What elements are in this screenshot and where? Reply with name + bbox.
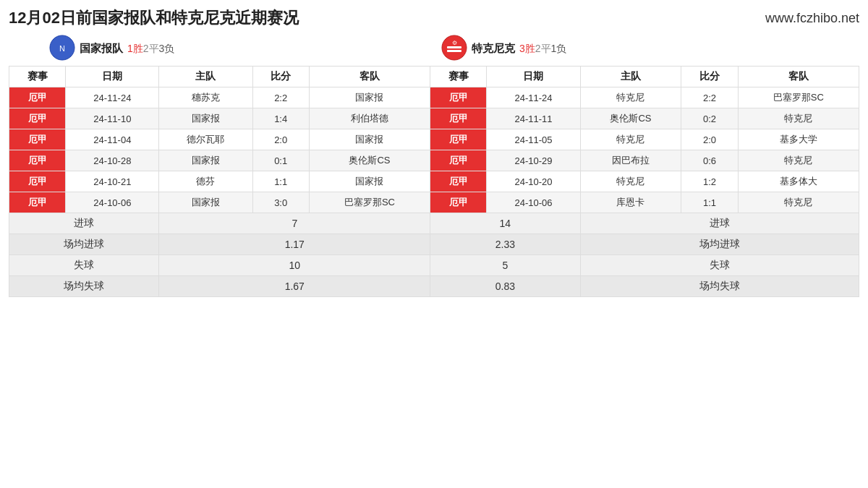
- right-date: 24-10-20: [487, 171, 580, 192]
- left-date: 24-11-04: [66, 129, 159, 150]
- left-team-logo: N: [49, 35, 75, 63]
- table-row: 厄甲 24-10-28 国家报 0:1 奥伦斯CS 厄甲 24-10-29 因巴…: [9, 150, 859, 171]
- right-score: 1:1: [681, 192, 738, 213]
- stat-value-left: 10: [159, 255, 430, 276]
- page-title: 12月02日前国家报队和特克尼克近期赛况: [9, 7, 299, 29]
- right-match-type: 厄甲: [430, 171, 487, 192]
- stat-value-left: 1.17: [159, 234, 430, 255]
- left-match-type: 厄甲: [9, 192, 66, 213]
- svg-rect-5: [447, 50, 461, 52]
- stat-label-right: 进球: [580, 213, 859, 234]
- right-home: 因巴布拉: [580, 150, 681, 171]
- table-row: 厄甲 24-10-06 国家报 3:0 巴塞罗那SC 厄甲 24-10-06 库…: [9, 192, 859, 213]
- right-away: 特克尼: [738, 192, 859, 213]
- website-url: www.fczhibo.net: [765, 11, 859, 26]
- right-date-col-header: 日期: [487, 67, 580, 87]
- table-header-row: 赛事 日期 主队 比分 客队 赛事 日期 主队 比分 客队: [9, 67, 859, 87]
- stat-value-right: 0.83: [430, 276, 580, 297]
- left-match-type: 厄甲: [9, 87, 66, 108]
- right-away: 基多体大: [738, 171, 859, 192]
- stat-value-right: 14: [430, 213, 580, 234]
- left-match-type: 厄甲: [9, 150, 66, 171]
- right-date: 24-10-29: [487, 150, 580, 171]
- right-score: 2:0: [681, 129, 738, 150]
- right-date: 24-11-05: [487, 129, 580, 150]
- left-date: 24-10-06: [66, 192, 159, 213]
- stat-label-left: 失球: [9, 255, 159, 276]
- stats-row: 失球 10 5 失球: [9, 255, 859, 276]
- left-home: 穗苏克: [159, 87, 252, 108]
- table-row: 厄甲 24-11-24 穗苏克 2:2 国家报 厄甲 24-11-24 特克尼 …: [9, 87, 859, 108]
- right-away: 巴塞罗那SC: [738, 87, 859, 108]
- left-date: 24-11-10: [66, 108, 159, 129]
- stat-value-right: 2.33: [430, 234, 580, 255]
- right-home: 特克尼: [580, 87, 681, 108]
- right-team-record: 3胜2平1负: [519, 43, 566, 56]
- svg-rect-4: [447, 46, 461, 48]
- right-match-type: 厄甲: [430, 108, 487, 129]
- right-score-col-header: 比分: [681, 67, 738, 87]
- right-away-col-header: 客队: [738, 67, 859, 87]
- left-score: 2:0: [252, 129, 309, 150]
- right-match-type: 厄甲: [430, 192, 487, 213]
- left-away-col-header: 客队: [309, 67, 430, 87]
- right-home: 库恩卡: [580, 192, 681, 213]
- right-team-logo: ⚙: [441, 35, 467, 63]
- right-date: 24-11-11: [487, 108, 580, 129]
- svg-text:⚙: ⚙: [452, 40, 457, 46]
- left-home: 国家报: [159, 150, 252, 171]
- left-score: 2:2: [252, 87, 309, 108]
- table-row: 厄甲 24-10-21 德芬 1:1 国家报 厄甲 24-10-20 特克尼 1…: [9, 171, 859, 192]
- left-date: 24-10-28: [66, 150, 159, 171]
- left-score: 1:4: [252, 108, 309, 129]
- right-score: 2:2: [681, 87, 738, 108]
- table-row: 厄甲 24-11-10 国家报 1:4 利伯塔德 厄甲 24-11-11 奥伦斯…: [9, 108, 859, 129]
- stat-label-left: 进球: [9, 213, 159, 234]
- right-away: 基多大学: [738, 129, 859, 150]
- right-away: 特克尼: [738, 108, 859, 129]
- right-team-name: 特克尼克: [472, 42, 515, 56]
- left-date: 24-11-24: [66, 87, 159, 108]
- right-match-type: 厄甲: [430, 129, 487, 150]
- left-match-col-header: 赛事: [9, 67, 66, 87]
- stat-label-right: 场均进球: [580, 234, 859, 255]
- left-away: 国家报: [309, 87, 430, 108]
- left-team-record: 1胜2平3负: [127, 43, 174, 56]
- stat-value-left: 7: [159, 213, 430, 234]
- left-score: 0:1: [252, 150, 309, 171]
- left-home: 德尔瓦耶: [159, 129, 252, 150]
- left-date-col-header: 日期: [66, 67, 159, 87]
- stat-value-left: 1.67: [159, 276, 430, 297]
- left-score-col-header: 比分: [252, 67, 309, 87]
- left-home-col-header: 主队: [159, 67, 252, 87]
- left-away: 巴塞罗那SC: [309, 192, 430, 213]
- stat-label-right: 失球: [580, 255, 859, 276]
- right-team-header: ⚙ 特克尼克 3胜2平1负: [427, 35, 859, 63]
- left-team-header: N 国家报队 1胜2平3负: [9, 35, 427, 63]
- right-score: 1:2: [681, 171, 738, 192]
- left-team-name: 国家报队: [80, 42, 123, 56]
- left-home: 国家报: [159, 192, 252, 213]
- left-away: 国家报: [309, 171, 430, 192]
- right-away: 特克尼: [738, 150, 859, 171]
- left-home: 德芬: [159, 171, 252, 192]
- stats-row: 场均进球 1.17 2.33 场均进球: [9, 234, 859, 255]
- right-date: 24-10-06: [487, 192, 580, 213]
- teams-bar: N 国家报队 1胜2平3负 ⚙ 特克尼克 3胜2平1负: [9, 35, 859, 63]
- top-header: 12月02日前国家报队和特克尼克近期赛况 www.fczhibo.net: [9, 7, 859, 29]
- right-date: 24-11-24: [487, 87, 580, 108]
- right-score: 0:2: [681, 108, 738, 129]
- stat-value-right: 5: [430, 255, 580, 276]
- right-home: 特克尼: [580, 129, 681, 150]
- main-table: 赛事 日期 主队 比分 客队 赛事 日期 主队 比分 客队 厄甲 24-11-2…: [9, 66, 859, 297]
- left-home: 国家报: [159, 108, 252, 129]
- left-match-type: 厄甲: [9, 129, 66, 150]
- left-score: 3:0: [252, 192, 309, 213]
- left-score: 1:1: [252, 171, 309, 192]
- right-match-type: 厄甲: [430, 150, 487, 171]
- right-match-col-header: 赛事: [430, 67, 487, 87]
- stats-row: 进球 7 14 进球: [9, 213, 859, 234]
- table-row: 厄甲 24-11-04 德尔瓦耶 2:0 国家报 厄甲 24-11-05 特克尼…: [9, 129, 859, 150]
- stat-label-left: 场均失球: [9, 276, 159, 297]
- right-match-type: 厄甲: [430, 87, 487, 108]
